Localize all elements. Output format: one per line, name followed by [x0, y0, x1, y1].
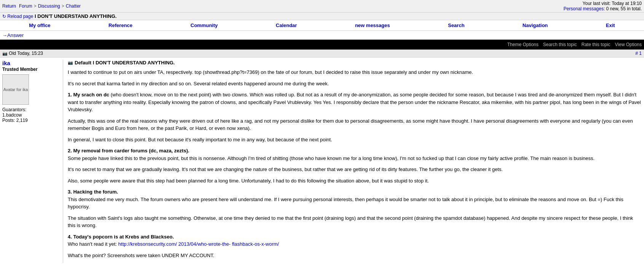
post-content: 📷 Default I DON'T UNDERSTAND ANYTHING. I… — [63, 60, 642, 263]
default-icon: 📷 — [68, 60, 73, 65]
nav-community[interactable]: Community — [191, 22, 218, 28]
guarantors-value: 1.badcow — [2, 112, 22, 118]
posts-value: 2,119 — [16, 118, 28, 123]
search-topic-button[interactable]: Search this topic — [543, 42, 577, 47]
nav-navigation[interactable]: Navigation — [523, 22, 548, 28]
section1-para2: Actually, this was one of the real reaso… — [68, 117, 642, 132]
section2-title: 2. My removal from carder forums (dc, ma… — [68, 148, 189, 154]
section1-title: 1. My srach on dc — [68, 92, 109, 98]
nav-new-messages[interactable]: new messages — [355, 22, 390, 28]
rate-topic-button[interactable]: Rate this topic — [581, 42, 610, 47]
top-bar-right: Your last visit: Today at 19:10 Personal… — [564, 1, 642, 11]
answer-link[interactable]: →Answer — [2, 32, 24, 38]
user-panel: ika Trusted Member Avatar for ika Guaran… — [2, 60, 63, 263]
section1-text: (who doesn't know, move on to the next p… — [68, 92, 641, 112]
post-container: ika Trusted Member Avatar for ika Guaran… — [0, 58, 644, 264]
post-date: 📷 Old Today, 15:23 — [2, 51, 43, 56]
black-toolbar: Theme Options Search this topic Rate thi… — [0, 40, 644, 50]
post-title-text: Default I DON'T UNDERSTAND ANYTHING. — [75, 60, 175, 66]
nav-bar: My office Reference Community Calendar n… — [0, 20, 644, 31]
reload-page-link[interactable]: ↻ Reload page — [2, 14, 33, 19]
nav-my-office[interactable]: My office — [29, 22, 50, 28]
breadcrumb: Return Forum > Discussing > Chatter — [2, 3, 81, 9]
nav-exit[interactable]: Exit — [606, 22, 615, 28]
post-date-label: Old Today, 15:23 — [9, 51, 43, 56]
section3-text: This demotivated me very much. The forum… — [68, 197, 623, 210]
last-visit: Your last visit: Today at 19:10 — [564, 1, 642, 6]
posts-label: Posts: 2,119 — [2, 118, 60, 123]
chatter-link[interactable]: Chatter — [66, 3, 81, 9]
post-title: 📷 Default I DON'T UNDERSTAND ANYTHING. — [68, 60, 642, 66]
nav-search[interactable]: Search — [448, 22, 464, 28]
answer-row: →Answer — [0, 31, 644, 40]
personal-messages-row: Personal messages: 0 new, 55 in total. — [564, 6, 642, 11]
post-number: # 1 — [635, 51, 642, 56]
post-body: I wanted to continue to put on airs unde… — [68, 69, 642, 259]
personal-messages-count: : 0 new, 55 in total. — [604, 6, 642, 11]
section2-para2: It's no secret to many that we are gradu… — [68, 166, 642, 173]
section3-block: 3. Hacking the forum. This demotivated m… — [68, 188, 642, 211]
user-meta: Guarantors: 1.badcow Posts: 2,119 — [2, 107, 60, 123]
para-1: I wanted to continue to put on airs unde… — [68, 69, 642, 76]
post-number-link[interactable]: # 1 — [635, 51, 642, 56]
section2-para3: Also, some people were aware that this s… — [68, 177, 642, 185]
nav-reference[interactable]: Reference — [108, 22, 132, 28]
personal-messages-link[interactable]: Personal messages — [564, 6, 604, 11]
section4-link[interactable]: http://krebsonsecurity.com/ 2013/04/who-… — [118, 241, 279, 247]
top-bar: Return Forum > Discussing > Chatter Your… — [0, 0, 644, 13]
section4-block: 4. Today's popcorn is at Krebs and Black… — [68, 233, 642, 248]
forum-link[interactable]: Forum — [19, 3, 32, 9]
section2-text: Some people have linked this to the prev… — [68, 155, 595, 161]
section4-para2: What's the point? Screenshots were taken… — [68, 252, 642, 259]
theme-options-button[interactable]: Theme Options — [507, 42, 539, 47]
guarantors-label: Guarantors: 1.badcow — [2, 107, 60, 118]
nav-calendar[interactable]: Calendar — [276, 22, 297, 28]
username-link[interactable]: ika — [2, 60, 10, 66]
section1-para3: In general, I want to close this point. … — [68, 136, 642, 144]
section3-title: 3. Hacking the forum. — [68, 189, 118, 195]
section1-block: 1. My srach on dc (who doesn't know, mov… — [68, 91, 642, 114]
section4-who-label: Who hasn't read it yet: — [68, 241, 117, 247]
old-icon: 📷 — [2, 51, 8, 56]
page-title-row: ↻ Reload page I DON'T UNDERSTAND ANYTHIN… — [0, 13, 644, 20]
para-2: It's no secret that karma farted in my d… — [68, 80, 642, 88]
section3-para2: The situation with Saint's logs also tau… — [68, 214, 642, 229]
discussing-link[interactable]: Discussing — [38, 3, 60, 9]
view-options-button[interactable]: View Options — [615, 42, 642, 47]
section2-block: 2. My removal from carder forums (dc, ma… — [68, 147, 642, 162]
user-rank: Trusted Member — [2, 67, 38, 72]
thread-header: 📷 Old Today, 15:23 # 1 — [0, 50, 644, 58]
section4-title: 4. Today's popcorn is at Krebs and Black… — [68, 234, 174, 240]
page-title: I DON'T UNDERSTAND ANYTHING. — [35, 13, 116, 19]
user-avatar: Avatar for ika — [2, 74, 29, 105]
return-link[interactable]: Return — [2, 3, 16, 9]
